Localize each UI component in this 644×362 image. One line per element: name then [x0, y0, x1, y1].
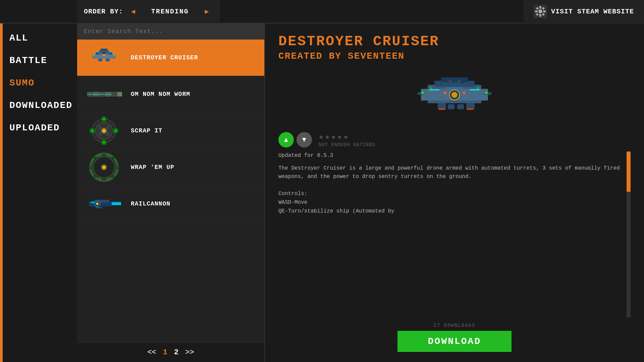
stars: ★ ★ ★ ★ ★	[319, 132, 348, 141]
svg-rect-103	[470, 89, 480, 90]
svg-point-1	[538, 9, 542, 13]
svg-rect-99	[448, 104, 454, 109]
svg-rect-2	[539, 6, 541, 9]
top-bar: ORDER BY: ◄ TRENDING ► VISIT STEAM WEBSI…	[0, 0, 644, 23]
sidebar-item-downloaded[interactable]: DOWNLOADED	[3, 94, 77, 117]
svg-rect-3	[539, 14, 541, 17]
trending-prev-button[interactable]: ◄	[127, 6, 139, 17]
detail-title: DESTROYER CRUISER	[278, 34, 631, 50]
left-accent-bar	[0, 23, 3, 362]
vote-up-button[interactable]: ▲	[278, 132, 294, 147]
svg-rect-104	[446, 87, 463, 88]
svg-point-22	[113, 55, 115, 56]
order-by-label: ORDER BY:	[84, 8, 123, 15]
svg-rect-75	[112, 202, 121, 203]
trending-next-button[interactable]: ►	[201, 6, 213, 17]
star-1: ★	[319, 132, 323, 141]
svg-rect-30	[117, 92, 122, 97]
svg-point-20	[103, 54, 105, 56]
item-name: SCRAP IT	[131, 127, 162, 134]
sidebar-item-all[interactable]: ALL	[3, 27, 77, 49]
svg-rect-55	[107, 132, 109, 136]
svg-rect-4	[535, 10, 538, 12]
item-thumbnail	[84, 44, 124, 71]
svg-rect-112	[467, 108, 473, 110]
svg-rect-102	[429, 89, 439, 90]
svg-point-49	[103, 141, 105, 144]
item-thumbnail	[84, 154, 124, 181]
order-by-section: ORDER BY: ◄ TRENDING ►	[77, 0, 220, 23]
pagination-page-1[interactable]: 1	[163, 348, 167, 357]
svg-point-91	[448, 80, 452, 84]
svg-point-90	[436, 82, 440, 86]
svg-point-63	[102, 179, 106, 182]
item-thumbnail	[84, 190, 124, 217]
main-layout: ALL BATTLE SUMO DOWNLOADED UPLOADED	[0, 23, 644, 362]
sidebar: ALL BATTLE SUMO DOWNLOADED UPLOADED	[3, 23, 77, 362]
svg-point-48	[103, 118, 105, 120]
rating-area: ▲ ▼ ★ ★ ★ ★ ★ NOT ENOUGH RATINGS	[278, 132, 631, 147]
item-name: WRAP 'EM UP	[131, 164, 174, 171]
svg-point-60	[89, 166, 92, 169]
svg-point-108	[477, 87, 479, 89]
download-button[interactable]: DOWNLOAD	[397, 331, 512, 352]
star-4: ★	[337, 132, 342, 141]
item-name: RAILCANNON	[131, 200, 170, 207]
trending-label: TRENDING	[143, 8, 197, 15]
svg-point-62	[102, 152, 106, 156]
ratings-label: NOT ENOUGH RATINGS	[319, 142, 375, 147]
svg-rect-110	[463, 92, 465, 94]
svg-rect-54	[99, 132, 101, 136]
svg-point-105	[421, 92, 424, 94]
pagination-page-2[interactable]: 2	[174, 348, 178, 357]
list-item[interactable]: WRAP 'EM UP	[77, 149, 264, 186]
svg-point-21	[93, 55, 95, 56]
detail-image-area	[278, 68, 631, 125]
svg-rect-78	[91, 202, 95, 203]
scrapit-thumb	[86, 114, 122, 147]
svg-rect-74	[112, 202, 121, 205]
svg-marker-80	[89, 206, 96, 210]
pagination-prev-button[interactable]: <<	[147, 348, 156, 357]
list-item[interactable]: SCRAP IT	[77, 113, 264, 149]
list-item[interactable]: RAILCANNON	[77, 186, 264, 222]
svg-rect-100	[457, 104, 464, 109]
pagination: << 1 2 >>	[77, 343, 264, 362]
svg-point-46	[91, 129, 94, 132]
svg-point-59	[102, 165, 106, 169]
svg-point-67	[112, 175, 115, 178]
downloads-count: 27 DOWNLOADS	[434, 323, 476, 328]
list-item[interactable]: DESTROYER CRUISER	[77, 40, 264, 76]
svg-rect-5	[543, 10, 546, 12]
items-list: DESTROYER CRUISER	[77, 40, 264, 343]
svg-rect-35	[112, 93, 117, 96]
svg-rect-52	[99, 126, 101, 129]
svg-point-65	[112, 157, 115, 159]
sidebar-item-sumo[interactable]: SUMO	[3, 72, 77, 94]
svg-marker-81	[89, 197, 96, 201]
sidebar-item-battle[interactable]: BATTLE	[3, 49, 77, 72]
svg-point-93	[470, 82, 474, 86]
wrapemup-thumb	[86, 150, 122, 184]
detail-scrollbar[interactable]	[627, 152, 631, 317]
worm-thumb	[86, 82, 122, 107]
sidebar-item-uploaded[interactable]: UPLOADED	[3, 117, 77, 139]
steam-website-button[interactable]: VISIT STEAM WEBSITE	[524, 0, 644, 23]
list-item[interactable]: OM NOM NOM WORM	[77, 76, 264, 113]
svg-point-107	[430, 87, 432, 89]
svg-rect-23	[97, 51, 98, 53]
pagination-next-button[interactable]: >>	[185, 348, 194, 357]
svg-rect-109	[444, 92, 446, 94]
steam-icon	[534, 5, 547, 18]
vote-down-button[interactable]: ▼	[297, 132, 312, 147]
svg-point-66	[93, 175, 96, 178]
detail-bottom: 27 DOWNLOADS DOWNLOAD	[278, 323, 631, 352]
svg-point-51	[102, 129, 106, 133]
item-thumbnail	[84, 81, 124, 108]
search-input[interactable]	[84, 28, 258, 35]
svg-point-61	[116, 166, 119, 169]
svg-rect-17	[98, 59, 102, 61]
item-name: DESTROYER CRUISER	[131, 54, 198, 61]
stars-area: ★ ★ ★ ★ ★ NOT ENOUGH RATINGS	[319, 132, 375, 147]
detail-ship-image	[408, 68, 501, 125]
